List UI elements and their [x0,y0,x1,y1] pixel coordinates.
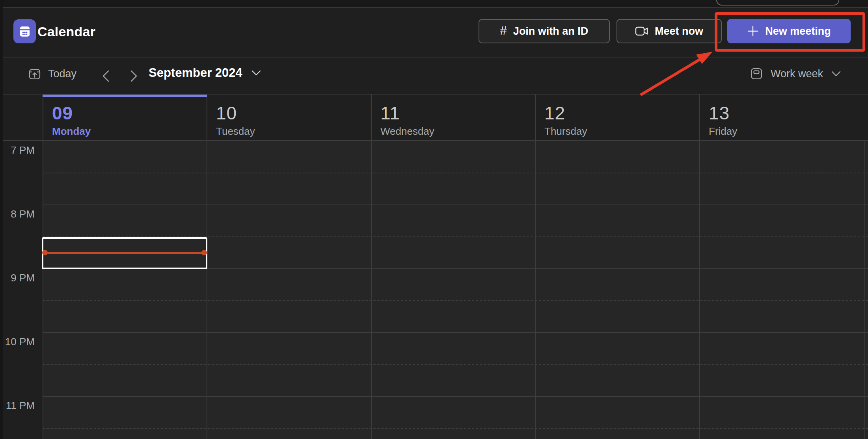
day-number: 09 [52,102,73,124]
chevron-left-icon [101,69,110,83]
hour-line [43,396,868,397]
meet-now-button[interactable]: Meet now [617,19,722,43]
new-meeting-label: New meeting [765,25,831,37]
view-selector[interactable]: Work week [750,67,841,80]
page-title: Calendar [37,24,95,39]
day-number: 11 [380,102,400,124]
half-hour-line [43,428,868,429]
hour-line [43,205,868,205]
month-selector[interactable]: September 2024 [149,66,261,80]
current-time-indicator [44,252,205,254]
half-hour-line [43,173,868,173]
chevron-down-icon [831,70,841,77]
calendar-app-icon [13,19,36,43]
chevron-right-icon [130,69,138,83]
half-hour-line [43,364,868,365]
day-name: Monday [52,125,91,138]
calendar-grid [43,141,868,439]
time-label: 9 PM [0,272,35,284]
chevron-down-icon [251,69,261,76]
work-week-icon [750,67,763,80]
time-label: 8 PM [0,208,35,220]
day-number: 10 [216,102,237,124]
today-label: Today [48,68,76,80]
hash-icon: # [500,24,507,38]
day-header-tuesday[interactable]: 10 Tuesday [207,95,371,141]
day-name: Friday [709,125,737,138]
grid-column-line [699,94,700,439]
day-number: 13 [709,102,730,124]
join-with-id-label: Join with an ID [513,25,589,37]
day-header-monday[interactable]: 09 Monday [43,95,207,141]
cutoff-toolbar-control [716,0,839,6]
video-camera-icon [635,26,648,36]
window-left-edge [0,0,3,439]
day-name: Thursday [544,125,587,138]
half-hour-line [43,300,868,301]
time-label: 7 PM [0,144,35,156]
grid-column-line [864,141,865,439]
time-label: 11 PM [0,400,35,412]
day-number: 12 [544,102,565,124]
meet-now-label: Meet now [655,25,703,37]
plus-icon [747,25,759,37]
grid-column-line [371,94,372,439]
today-calendar-icon [28,67,41,80]
teams-calendar-screen: Calendar # Join with an ID Meet now New … [0,0,868,439]
day-header-thursday[interactable]: 12 Thursday [535,95,699,141]
new-meeting-button[interactable]: New meeting [727,19,851,43]
previous-week-button[interactable] [99,68,112,84]
day-header-wednesday[interactable]: 11 Wednesday [371,95,535,141]
time-label: 10 PM [0,336,35,348]
month-label: September 2024 [149,66,242,80]
view-selector-label: Work week [771,68,823,80]
hour-line [43,332,868,333]
grid-column-line [535,94,536,439]
join-with-id-button[interactable]: # Join with an ID [479,19,610,43]
calendar-toolbar: Today September 2024 [0,58,868,94]
calendar-header: Calendar # Join with an ID Meet now New … [0,8,868,58]
day-header-friday[interactable]: 13 Friday [699,95,865,141]
day-name: Tuesday [216,125,255,138]
window-top-strip [0,0,868,7]
next-week-button[interactable] [128,68,140,84]
selected-day-accent-bar [43,95,207,97]
day-header-row: 09 Monday 10 Tuesday 11 Wednesday 12 Thu… [0,94,868,141]
day-name: Wednesday [380,125,434,138]
today-button[interactable]: Today [28,67,76,80]
